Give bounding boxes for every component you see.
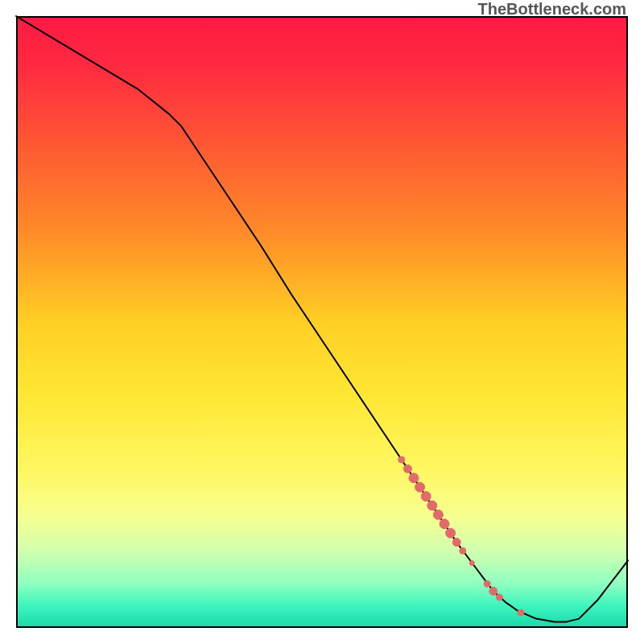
chart-overlay [16, 16, 628, 628]
data-marker [469, 560, 474, 565]
data-marker [484, 580, 490, 587]
data-marker [518, 609, 524, 616]
data-marker [398, 456, 405, 463]
data-marker [433, 510, 443, 519]
data-marker [489, 587, 497, 595]
data-marker [446, 528, 456, 538]
data-marker [403, 464, 411, 473]
data-marker [421, 492, 431, 502]
bottleneck-curve-line [16, 16, 628, 621]
data-marker [496, 594, 502, 601]
data-markers [398, 456, 524, 616]
data-marker [440, 519, 449, 529]
data-marker [452, 539, 460, 547]
chart-container: TheBottleneck.com [0, 0, 644, 644]
data-marker [427, 501, 437, 510]
data-marker [409, 473, 419, 483]
data-marker [415, 482, 425, 492]
data-marker [460, 547, 466, 554]
